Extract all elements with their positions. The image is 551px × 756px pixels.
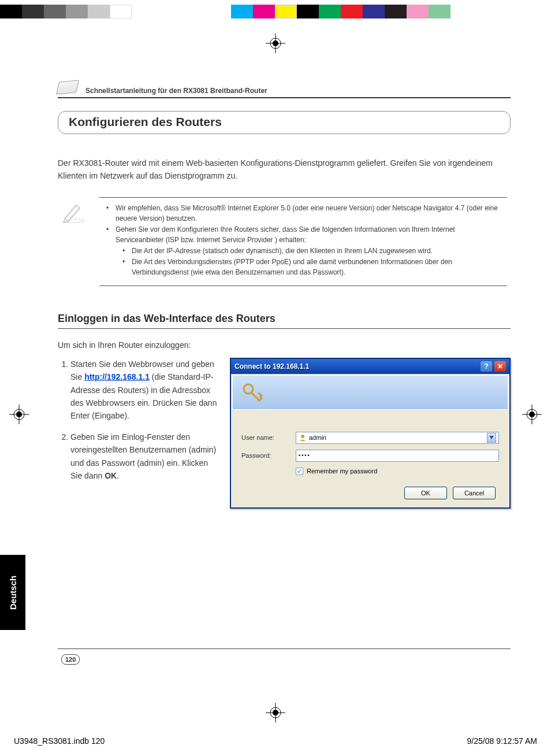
password-field[interactable]: •••• xyxy=(296,450,499,462)
keys-icon xyxy=(241,381,264,404)
page-header: Schnellstartanleitung für den RX3081 Bre… xyxy=(58,81,511,98)
note-list: Wir empfehlen, dass Sie Microsoft® Inter… xyxy=(103,203,504,277)
note-subitem: Die Art des Verbindungsdienstes (PPTP od… xyxy=(116,257,504,277)
steps-column: Starten Sie den Webbrowser und geben Sie… xyxy=(58,358,219,491)
registration-mark-icon xyxy=(522,405,542,424)
cancel-button[interactable]: Cancel xyxy=(453,487,496,499)
print-footer: U3948_RS3081.indb 120 9/25/08 9:12:57 AM xyxy=(14,736,537,746)
note-subitem: Die Art der IP-Adresse (statisch oder dy… xyxy=(116,246,504,256)
dropdown-icon[interactable] xyxy=(487,433,496,443)
language-tab: Deutsch xyxy=(0,555,25,630)
pen-note-icon xyxy=(61,202,87,224)
doc-title: Schnellstartanleitung für den RX3081 Bre… xyxy=(85,87,267,95)
svg-point-16 xyxy=(64,219,84,223)
step-2: Geben Sie im Einlog-Fenster den voreinge… xyxy=(70,431,219,483)
dialog-banner xyxy=(232,375,508,410)
footer-rule xyxy=(58,648,511,649)
svg-point-18 xyxy=(301,435,304,438)
registration-mark-icon xyxy=(9,405,29,424)
section-heading: Konfigurieren des Routers xyxy=(58,111,511,134)
dialog-titlebar: Connect to 192.168.1.1 ? ✕ xyxy=(231,359,509,374)
intro-paragraph: Der RX3081-Router wird mit einem Web-bas… xyxy=(58,157,511,182)
password-label: Password: xyxy=(241,452,296,459)
page-content: Schnellstartanleitung für den RX3081 Bre… xyxy=(58,81,511,687)
page-number: 120 xyxy=(61,654,80,665)
username-field[interactable]: admin xyxy=(296,432,499,444)
dialog-title: Connect to 192.168.1.1 xyxy=(234,362,478,370)
ok-button[interactable]: OK xyxy=(404,487,447,499)
print-gray-bar xyxy=(0,5,551,18)
remember-checkbox[interactable]: ✓ xyxy=(296,468,303,475)
password-value: •••• xyxy=(299,453,311,458)
subsection-heading: Einloggen in das Web-Interface des Route… xyxy=(58,313,511,329)
router-icon xyxy=(56,80,79,94)
username-label: User name: xyxy=(241,434,296,441)
note-item: Gehen Sie vor dem Konfigurieren Ihre Rou… xyxy=(103,225,504,277)
user-icon xyxy=(299,433,307,442)
remember-label: Remember my password xyxy=(307,468,377,475)
username-value: admin xyxy=(309,434,326,441)
router-ip-link[interactable]: http://192.168.1.1 xyxy=(84,372,150,381)
note-item: Wir empfehlen, dass Sie Microsoft® Inter… xyxy=(103,203,504,224)
registration-mark-icon xyxy=(266,703,285,722)
step-1: Starten Sie den Webbrowser und geben Sie… xyxy=(70,358,219,423)
help-button[interactable]: ? xyxy=(481,361,492,372)
login-dialog: Connect to 192.168.1.1 ? ✕ User name: xyxy=(230,358,511,509)
registration-mark-icon xyxy=(266,34,285,53)
print-timestamp: 9/25/08 9:12:57 AM xyxy=(467,736,537,746)
print-file-info: U3948_RS3081.indb 120 xyxy=(14,736,105,746)
close-button[interactable]: ✕ xyxy=(494,361,506,372)
steps-lead: Um sich in Ihren Router einzuloggen: xyxy=(58,339,511,352)
note-box: Wir empfehlen, dass Sie Microsoft® Inter… xyxy=(58,197,511,286)
